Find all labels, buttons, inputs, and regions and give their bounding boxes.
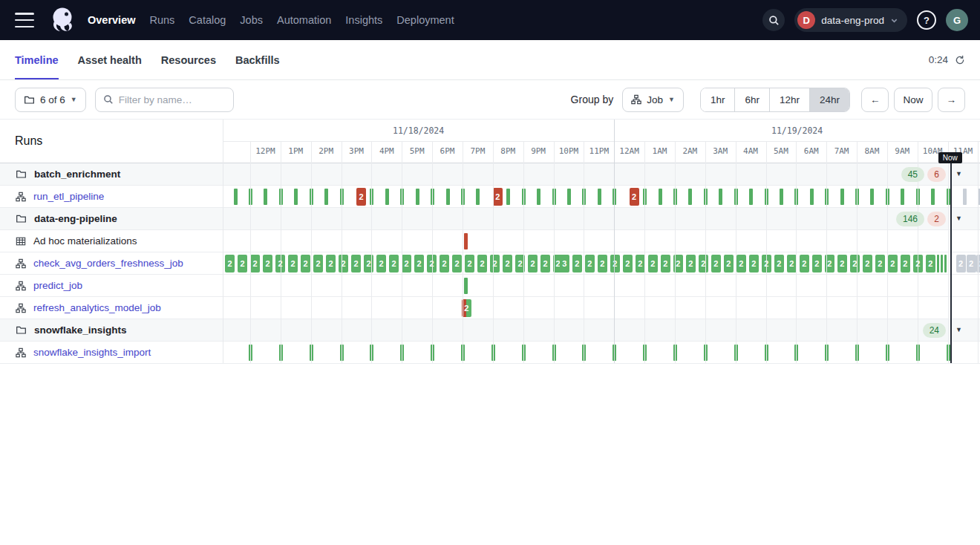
- row-name[interactable]: refresh_analytics_model_job: [33, 302, 161, 313]
- run-mark-bar[interactable]: [340, 189, 344, 205]
- run-mark-bar[interactable]: [279, 189, 283, 205]
- run-mark-slim[interactable]: [944, 255, 947, 272]
- search-button[interactable]: [762, 9, 785, 31]
- run-mark-box[interactable]: 2: [402, 255, 411, 272]
- run-mark-bar[interactable]: [522, 345, 526, 361]
- run-mark-box[interactable]: 2: [440, 255, 449, 272]
- run-mark-bar[interactable]: [870, 189, 874, 205]
- run-mark-box[interactable]: 2: [263, 255, 272, 272]
- menu-icon[interactable]: [15, 13, 34, 27]
- run-mark-bar[interactable]: [673, 189, 677, 205]
- run-mark-box[interactable]: 2: [376, 255, 386, 272]
- run-mark-bar[interactable]: [659, 189, 662, 205]
- run-mark-box[interactable]: 2: [686, 255, 696, 272]
- run-mark-box[interactable]: 2: [225, 255, 235, 272]
- run-mark-bar[interactable]: [840, 189, 844, 205]
- nav-item-automation[interactable]: Automation: [277, 14, 331, 26]
- run-mark-box[interactable]: 2: [540, 255, 550, 272]
- run-mark-box[interactable]: 2: [351, 255, 361, 272]
- nav-item-jobs[interactable]: Jobs: [240, 14, 263, 26]
- run-mark-box[interactable]: 2: [326, 255, 336, 272]
- nav-item-deployment[interactable]: Deployment: [396, 14, 454, 26]
- run-mark-bar[interactable]: [552, 189, 556, 205]
- run-mark-box[interactable]: 2: [913, 255, 923, 272]
- run-mark-bar[interactable]: [506, 189, 510, 205]
- run-mark-bar[interactable]: [855, 345, 859, 361]
- run-mark-box[interactable]: 2: [288, 255, 298, 272]
- run-mark-box[interactable]: 2: [477, 255, 487, 272]
- run-mark-bar[interactable]: [324, 189, 328, 205]
- run-mark-bar[interactable]: [749, 189, 753, 205]
- run-mark-bar[interactable]: [464, 278, 468, 294]
- run-mark-bar[interactable]: [794, 189, 798, 205]
- run-mark-bar[interactable]: [461, 345, 465, 361]
- timeline-now-button[interactable]: Now: [894, 88, 932, 112]
- run-mark-box[interactable]: 2: [301, 255, 310, 272]
- run-mark-box[interactable]: 2: [787, 255, 797, 272]
- run-mark-bar[interactable]: [310, 345, 313, 361]
- run-mark-box[interactable]: 2: [238, 255, 247, 272]
- run-mark-box[interactable]: 2: [825, 255, 834, 272]
- collapse-caret-icon[interactable]: ▼: [956, 326, 962, 333]
- run-mark-box-scheduled[interactable]: 2: [956, 255, 966, 272]
- run-mark-bar[interactable]: [491, 345, 495, 361]
- run-mark-bar[interactable]: [370, 189, 373, 205]
- run-mark-bar[interactable]: [734, 189, 738, 205]
- run-mark-box-fail[interactable]: 2: [356, 188, 366, 206]
- run-mark-bar[interactable]: [234, 189, 238, 205]
- run-mark-bar[interactable]: [855, 189, 859, 205]
- run-mark-box[interactable]: 2: [389, 255, 399, 272]
- run-mark-box[interactable]: 2: [364, 255, 373, 272]
- run-mark-bar[interactable]: [476, 189, 480, 205]
- row-name[interactable]: run_etl_pipeline: [33, 191, 104, 202]
- row-name[interactable]: predict_job: [33, 280, 82, 291]
- run-mark-bar[interactable]: [431, 189, 434, 205]
- run-mark-box[interactable]: 2: [275, 255, 285, 272]
- row-name[interactable]: check_avg_orders_freshness_job: [33, 258, 183, 269]
- run-mark-box[interactable]: 2: [749, 255, 759, 272]
- run-mark-bar[interactable]: [810, 189, 814, 205]
- run-mark-box[interactable]: 2: [699, 255, 708, 272]
- range-12hr[interactable]: 12hr: [769, 88, 809, 111]
- run-mark-bar[interactable]: [886, 189, 889, 205]
- run-mark-box[interactable]: 2: [724, 255, 734, 272]
- run-mark-box[interactable]: 2: [837, 255, 847, 272]
- run-mark-slim[interactable]: [937, 255, 939, 272]
- run-mark-box[interactable]: 2: [863, 255, 872, 272]
- run-mark-box[interactable]: 2: [673, 255, 683, 272]
- run-mark-bar[interactable]: [582, 345, 586, 361]
- run-mark-box-split[interactable]: 2: [462, 299, 471, 317]
- run-mark-bar[interactable]: [340, 345, 344, 361]
- range-1hr[interactable]: 1hr: [701, 88, 735, 111]
- run-mark-bar[interactable]: [598, 189, 601, 205]
- run-mark-bar[interactable]: [431, 345, 434, 361]
- run-mark-bar[interactable]: [673, 345, 677, 361]
- tab-timeline[interactable]: Timeline: [15, 40, 59, 79]
- collapse-caret-icon[interactable]: ▼: [956, 170, 962, 177]
- collapse-caret-icon[interactable]: ▼: [956, 215, 962, 222]
- run-mark-box-scheduled[interactable]: 2: [976, 255, 980, 272]
- run-mark-bar[interactable]: [643, 189, 647, 205]
- run-mark-bar[interactable]: [294, 189, 298, 205]
- run-mark-bar[interactable]: [825, 345, 829, 361]
- run-mark-box[interactable]: 2: [572, 255, 582, 272]
- run-mark-box-fail[interactable]: 2: [630, 188, 639, 206]
- refresh-icon[interactable]: [955, 55, 965, 65]
- run-mark-box-fail[interactable]: 2: [493, 188, 503, 206]
- run-mark-box[interactable]: 2: [250, 255, 260, 272]
- run-mark-box[interactable]: 2: [888, 255, 898, 272]
- range-24hr[interactable]: 24hr: [809, 88, 849, 111]
- run-mark-bar[interactable]: [794, 345, 798, 361]
- run-mark-box[interactable]: 2: [598, 255, 607, 272]
- run-mark-box[interactable]: 2: [515, 255, 525, 272]
- dagster-logo-icon[interactable]: [48, 5, 77, 35]
- run-mark-bar[interactable]: [310, 189, 313, 205]
- run-mark-bar[interactable]: [582, 189, 586, 205]
- run-mark-bar[interactable]: [552, 345, 556, 361]
- run-mark-bar[interactable]: [734, 345, 738, 361]
- tab-resources[interactable]: Resources: [161, 40, 216, 79]
- nav-item-catalog[interactable]: Catalog: [189, 14, 226, 26]
- run-mark-bar[interactable]: [446, 189, 450, 205]
- run-mark-bar[interactable]: [264, 189, 267, 205]
- run-mark-bar[interactable]: [780, 189, 783, 205]
